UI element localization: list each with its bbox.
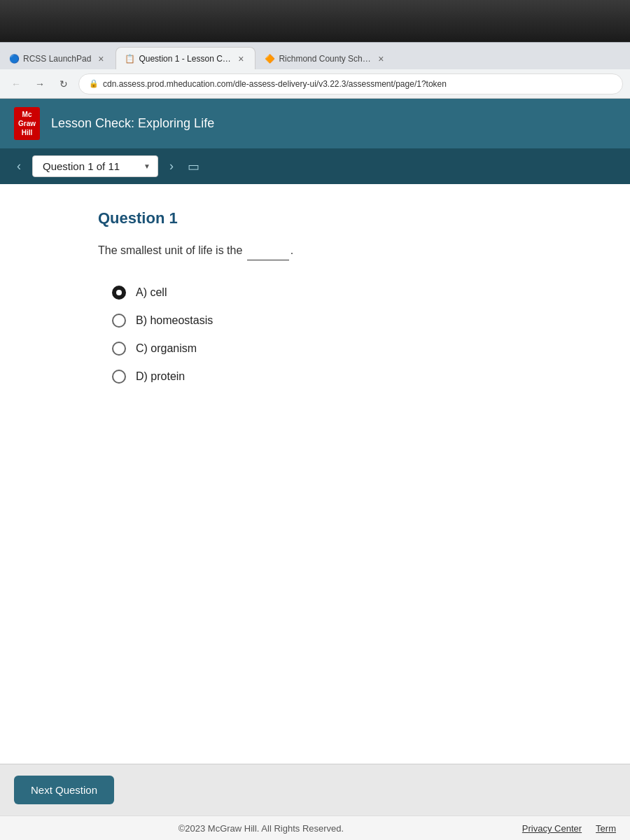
question-blank (247, 241, 289, 260)
tab-richmond[interactable]: 🔶 Richmond County School Syste × (255, 47, 396, 69)
lock-icon: 🔒 (89, 79, 99, 88)
question-nav-bar: ‹ Question 1 of 11 ▼ › ▭ (0, 148, 630, 184)
terms-link[interactable]: Term (596, 823, 616, 834)
radio-d[interactable] (112, 370, 126, 384)
tab-favicon-1: 🔵 (9, 54, 19, 64)
tab-question1[interactable]: 📋 Question 1 - Lesson Check: Expl × (115, 47, 255, 69)
bookmark-button[interactable]: ▭ (185, 156, 202, 177)
forward-button[interactable]: → (31, 75, 49, 93)
prev-question-button[interactable]: ‹ (14, 156, 24, 176)
address-field[interactable]: 🔒 cdn.assess.prod.mheducation.com/dle-as… (78, 74, 623, 94)
question-selector-dropdown[interactable]: Question 1 of 11 ▼ (32, 155, 158, 177)
option-d[interactable]: D) protein (112, 370, 574, 384)
copyright-bar: ©2023 McGraw Hill. All Rights Reserved. … (0, 816, 630, 840)
back-button[interactable]: ← (7, 75, 25, 93)
tab-label-2: Question 1 - Lesson Check: Expl (139, 54, 231, 64)
tab-close-2[interactable]: × (235, 53, 246, 64)
refresh-button[interactable]: ↻ (55, 75, 73, 93)
question-text-content: The smallest unit of life is the (98, 244, 242, 256)
question-selector-label: Question 1 of 11 (43, 160, 120, 172)
tab-favicon-2: 📋 (125, 54, 134, 64)
tab-label-1: RCSS LaunchPad (23, 54, 91, 64)
option-a[interactable]: A) cell (112, 286, 574, 300)
tab-close-3[interactable]: × (375, 53, 386, 64)
dropdown-arrow-icon: ▼ (144, 162, 150, 170)
address-text: cdn.assess.prod.mheducation.com/dle-asse… (103, 79, 447, 89)
question-text: The smallest unit of life is the . (98, 241, 574, 260)
mcgrawhill-logo: Mc Graw Hill (14, 107, 40, 140)
copyright-text: ©2023 McGraw Hill. All Rights Reserved. (14, 823, 508, 834)
option-a-label: A) cell (136, 286, 167, 299)
option-b[interactable]: B) homeostasis (112, 314, 574, 328)
footer-bar: Next Question (0, 764, 630, 816)
option-c[interactable]: C) organism (112, 342, 574, 356)
app-header: Mc Graw Hill Lesson Check: Exploring Lif… (0, 99, 630, 148)
option-c-label: C) organism (136, 342, 197, 355)
option-b-label: B) homeostasis (136, 314, 213, 327)
next-question-button[interactable]: Next Question (14, 776, 114, 804)
answer-options-list: A) cell B) homeostasis C) organism D) pr… (112, 286, 574, 384)
option-d-label: D) protein (136, 370, 185, 383)
tab-favicon-3: 🔶 (265, 54, 274, 64)
radio-inner-a (116, 290, 122, 295)
question-period: . (290, 244, 293, 256)
tab-rcss-launchpad[interactable]: 🔵 RCSS LaunchPad × (0, 47, 115, 69)
radio-a[interactable] (112, 286, 126, 300)
browser-chrome: 🔵 RCSS LaunchPad × 📋 Question 1 - Lesson… (0, 42, 630, 99)
tab-bar: 🔵 RCSS LaunchPad × 📋 Question 1 - Lesson… (0, 43, 630, 69)
radio-b[interactable] (112, 314, 126, 328)
app-title: Lesson Check: Exploring Life (51, 116, 214, 131)
address-bar-row: ← → ↻ 🔒 cdn.assess.prod.mheducation.com/… (0, 69, 630, 99)
privacy-center-link[interactable]: Privacy Center (522, 823, 582, 834)
tab-label-3: Richmond County School Syste (279, 54, 371, 64)
question-title: Question 1 (98, 209, 574, 227)
radio-c[interactable] (112, 342, 126, 356)
desktop-top (0, 0, 630, 42)
question-content: Question 1 The smallest unit of life is … (0, 184, 630, 764)
browser-content: Mc Graw Hill Lesson Check: Exploring Lif… (0, 99, 630, 840)
tab-close-1[interactable]: × (95, 53, 106, 64)
next-question-nav-button[interactable]: › (167, 156, 176, 176)
